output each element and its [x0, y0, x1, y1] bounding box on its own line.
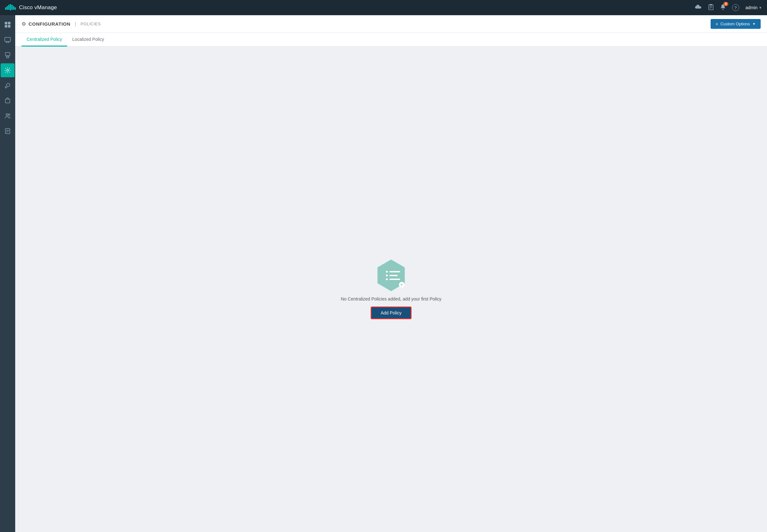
- tab-localized-label: Localized Policy: [72, 37, 104, 42]
- page-header-subtitle: POLICIES: [80, 22, 101, 26]
- bell-icon[interactable]: 8: [720, 4, 726, 12]
- svg-point-24: [7, 69, 9, 71]
- custom-options-label: Custom Options: [720, 22, 750, 26]
- svg-rect-8: [710, 4, 712, 5]
- svg-rect-13: [5, 22, 7, 24]
- sidebar-item-people[interactable]: [1, 109, 15, 123]
- clipboard-icon[interactable]: [708, 4, 714, 12]
- svg-point-12: [722, 9, 724, 10]
- help-icon[interactable]: ?: [732, 4, 739, 11]
- svg-rect-2: [8, 5, 10, 10]
- brand-title: Cisco vManage: [19, 4, 57, 11]
- cisco-logo-icon: [5, 4, 16, 11]
- sidebar-item-admin[interactable]: [1, 94, 15, 108]
- topbar-actions: 8 ? admin ▼: [695, 4, 762, 12]
- page-header-left: ⚙ CONFIGURATION | POLICIES: [22, 21, 101, 27]
- sidebar-item-devices[interactable]: [1, 48, 15, 62]
- tab-localized-policy[interactable]: Localized Policy: [67, 33, 109, 47]
- svg-rect-17: [5, 37, 10, 41]
- add-policy-button[interactable]: Add Policy: [371, 307, 411, 319]
- tab-centralized-policy[interactable]: Centralized Policy: [22, 33, 67, 47]
- page-header: ⚙ CONFIGURATION | POLICIES ≡ Custom Opti…: [15, 15, 767, 33]
- sidebar-item-dashboard[interactable]: [1, 18, 15, 32]
- svg-rect-22: [6, 56, 9, 58]
- svg-rect-5: [13, 6, 14, 10]
- topbar-logo: Cisco vManage: [5, 4, 57, 11]
- svg-rect-25: [5, 99, 10, 103]
- dropdown-caret-icon: ▼: [752, 22, 756, 26]
- svg-rect-1: [7, 6, 8, 10]
- svg-rect-14: [8, 22, 10, 24]
- sidebar-item-config[interactable]: [1, 63, 15, 77]
- svg-rect-3: [10, 4, 11, 10]
- svg-point-26: [6, 114, 8, 116]
- sidebar-item-tools[interactable]: [1, 79, 15, 92]
- svg-rect-16: [8, 25, 10, 28]
- add-icon: +: [399, 282, 405, 288]
- main-content: ⚙ CONFIGURATION | POLICIES ≡ Custom Opti…: [15, 15, 767, 532]
- username-label: admin: [745, 5, 757, 10]
- content-area: + No Centralized Policies added, add you…: [15, 47, 767, 532]
- svg-rect-4: [11, 5, 13, 10]
- list-icon: ≡: [716, 22, 718, 26]
- svg-rect-6: [15, 7, 16, 10]
- empty-state-icon: +: [375, 260, 407, 291]
- custom-options-button[interactable]: ≡ Custom Options ▼: [711, 19, 761, 29]
- svg-point-27: [9, 114, 10, 116]
- empty-state: + No Centralized Policies added, add you…: [341, 260, 442, 319]
- page-header-title: CONFIGURATION: [29, 21, 70, 27]
- add-policy-label: Add Policy: [380, 310, 402, 315]
- svg-rect-21: [5, 53, 10, 56]
- svg-rect-0: [5, 7, 6, 10]
- header-separator: |: [75, 21, 76, 27]
- topbar: Cisco vManage 8 ? admin ▼: [0, 0, 767, 15]
- tab-centralized-label: Centralized Policy: [27, 37, 62, 42]
- notification-count: 8: [723, 2, 728, 6]
- empty-message: No Centralized Policies added, add your …: [341, 296, 442, 301]
- cloud-icon[interactable]: [695, 4, 702, 11]
- user-menu[interactable]: admin ▼: [745, 5, 762, 10]
- tabs-bar: Centralized Policy Localized Policy: [15, 33, 767, 47]
- sidebar-item-monitor[interactable]: [1, 33, 15, 47]
- config-icon: ⚙: [22, 21, 26, 27]
- svg-rect-15: [5, 25, 7, 28]
- sidebar: [0, 15, 15, 532]
- sidebar-item-reports[interactable]: [1, 124, 15, 138]
- user-caret-icon: ▼: [759, 6, 762, 9]
